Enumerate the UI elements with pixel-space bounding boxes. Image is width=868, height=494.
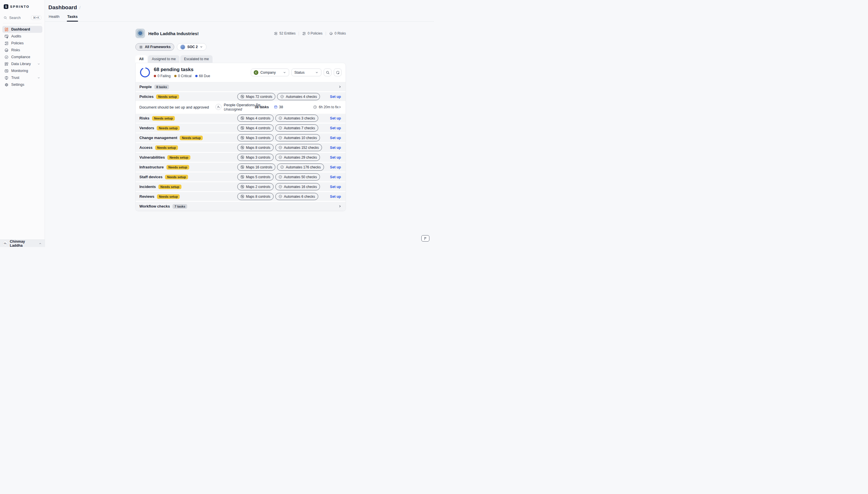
search-input[interactable]: Search ⌘+K <box>3 15 42 23</box>
maps-controls-chip: Maps 3 controls <box>237 134 273 141</box>
sidebar-item-data-library[interactable]: Data Library <box>2 60 42 68</box>
maps-controls-chip: Maps 16 controls <box>237 164 275 171</box>
set-up-link[interactable]: Set up <box>330 116 341 120</box>
brand-name: SPRINTO <box>10 5 30 8</box>
automates-icon <box>279 146 282 149</box>
set-up-link[interactable]: Set up <box>330 126 341 130</box>
tab-health[interactable]: Health <box>49 14 60 21</box>
category-label: Vulnerabilities <box>139 155 165 159</box>
category-row-policies: Policies Needs setup Maps 72 controls Au… <box>136 92 345 101</box>
header-tabs: HealthTasks <box>45 14 434 22</box>
task-row-document-should-be-set-up-and-approved[interactable]: Document should be set up and approved ?… <box>136 101 345 113</box>
greeting-row: Hello Laddha Industries! 52 Entities0 Po… <box>135 28 346 38</box>
audits-icon <box>4 34 8 39</box>
chevron-up-icon <box>39 242 42 245</box>
automation-chips: Maps 16 controls Automates 176 checks <box>237 164 324 171</box>
svg-text:?: ? <box>219 107 220 109</box>
automation-chips: Maps 4 controls Automates 3 checks <box>237 115 318 122</box>
category-label: Change management <box>139 136 177 140</box>
filters: C Company Status <box>251 69 342 76</box>
sidebar-nav: Dashboard Audits Policies Risks Complian… <box>0 23 45 91</box>
user-menu[interactable]: CL Chinmay Laddha <box>0 240 45 247</box>
maps-icon <box>241 175 244 179</box>
sidebar-item-policies[interactable]: Policies <box>2 40 42 46</box>
tab-tasks[interactable]: Tasks <box>68 14 78 21</box>
company-avatar <box>135 28 145 38</box>
automation-chips: Maps 8 controls Automates 152 checks <box>237 144 322 151</box>
maps-controls-chip: Maps 2 controls <box>237 183 273 190</box>
group-row-people[interactable]: People 8 tasks <box>136 82 345 91</box>
needs-setup-badge: Needs setup <box>167 155 190 160</box>
company-filter-select[interactable]: C Company <box>251 69 289 76</box>
needs-setup-badge: Needs setup <box>155 145 178 150</box>
category-row-incidents: Incidents Needs setup Maps 2 controls Au… <box>136 182 345 191</box>
maps-icon <box>241 195 244 198</box>
risks-icon <box>4 48 8 52</box>
content-column: Hello Laddha Industries! 52 Entities0 Po… <box>135 28 346 211</box>
export-sync-button[interactable] <box>334 69 342 76</box>
task-count-badge: 7 tasks <box>172 204 187 209</box>
automates-icon <box>279 126 282 130</box>
scope-tab-all[interactable]: All <box>135 55 147 63</box>
search-icon <box>326 71 330 75</box>
scope-tab-assigned-to-me[interactable]: Assigned to me <box>148 55 180 63</box>
maps-controls-chip: Maps 8 controls <box>237 193 273 200</box>
set-up-link[interactable]: Set up <box>330 165 341 169</box>
brand-logo: S SPRINTO <box>0 0 45 11</box>
set-up-link[interactable]: Set up <box>330 175 341 179</box>
all-frameworks-label: All Frameworks <box>145 45 170 49</box>
sidebar-item-trust[interactable]: Trust <box>2 74 42 81</box>
sidebar-item-label: Risks <box>11 48 20 52</box>
set-up-link[interactable]: Set up <box>330 155 341 159</box>
maps-icon <box>241 155 244 159</box>
feedback-flag-button[interactable] <box>421 235 429 242</box>
calendar-icon <box>274 105 278 109</box>
maps-icon <box>241 126 244 130</box>
risk-gauge-icon <box>329 32 333 35</box>
sidebar-item-audits[interactable]: Audits <box>2 33 42 40</box>
set-up-link[interactable]: Set up <box>330 95 341 99</box>
maps-icon <box>241 116 244 120</box>
automates-icon <box>279 185 282 189</box>
scope-tab-escalated-to-me[interactable]: Escalated to me <box>180 55 212 63</box>
company-filter-label: Company <box>260 71 276 75</box>
pending-tasks-progress-ring <box>140 67 150 78</box>
chevron-right-icon <box>338 204 342 208</box>
automates-icon <box>279 175 282 179</box>
category-row-reviews: Reviews Needs setup Maps 8 controls Auto… <box>136 192 345 201</box>
set-up-link[interactable]: Set up <box>330 195 341 198</box>
group-row-workflow-checks[interactable]: Workflow checks 7 tasks <box>136 202 345 211</box>
chevron-down-icon <box>315 71 319 74</box>
sidebar-item-compliance[interactable]: Compliance <box>2 54 42 60</box>
status-filter-select[interactable]: Status <box>291 69 321 76</box>
group-label: People <box>139 84 152 89</box>
maps-controls-chip: Maps 72 controls <box>237 93 275 100</box>
set-up-link[interactable]: Set up <box>330 146 341 150</box>
category-row-vulnerabilities: Vulnerabilities Needs setup Maps 3 contr… <box>136 153 345 162</box>
legend-dot <box>195 75 197 77</box>
legend-0-critical: 0 Critical <box>174 74 191 78</box>
time-to-fix: 6h 20m to fix <box>313 105 339 109</box>
sidebar-item-label: Audits <box>11 34 21 38</box>
maps-controls-chip: Maps 8 controls <box>237 144 273 151</box>
set-up-link[interactable]: Set up <box>330 136 341 140</box>
sidebar-item-risks[interactable]: Risks <box>2 46 42 54</box>
maps-icon <box>241 146 244 149</box>
automates-checks-chip: Automates 152 checks <box>275 144 322 151</box>
chevron-down-icon <box>200 45 203 49</box>
status-filter-label: Status <box>294 71 304 75</box>
frame-icon <box>139 45 143 49</box>
search-tasks-button[interactable] <box>324 69 332 76</box>
automation-chips: Maps 8 controls Automates 6 checks <box>237 193 318 200</box>
legend-dot <box>154 75 156 77</box>
framework-select[interactable]: SOC 2 <box>177 43 207 51</box>
sidebar-item-label: Monitoring <box>11 69 28 73</box>
all-frameworks-button[interactable]: All Frameworks <box>135 43 174 51</box>
automates-checks-chip: Automates 16 checks <box>275 183 320 190</box>
set-up-link[interactable]: Set up <box>330 185 341 189</box>
sidebar-item-settings[interactable]: Settings <box>2 81 42 88</box>
greeting-stats: 52 Entities0 Policies0 Risks <box>274 31 346 35</box>
sidebar-item-monitoring[interactable]: Monitoring <box>2 68 42 74</box>
chevron-right-icon <box>338 85 342 89</box>
sidebar-item-dashboard[interactable]: Dashboard <box>2 26 42 33</box>
